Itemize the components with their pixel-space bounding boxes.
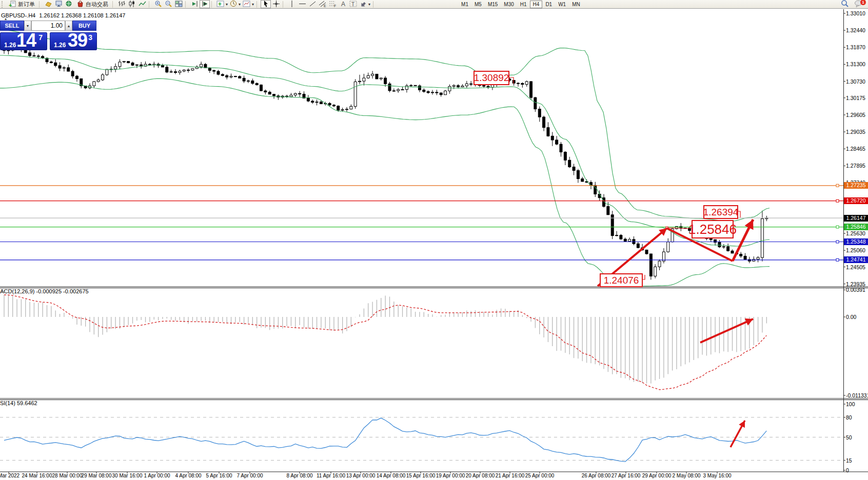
axis-tick-label: 100: [846, 401, 868, 407]
globe-icon: [65, 0, 73, 9]
algo-trading-button[interactable]: 自动交易: [74, 0, 111, 8]
zoom-out-icon: [165, 0, 172, 9]
text-label-icon: T: [349, 0, 358, 9]
horizontal-line-button[interactable]: [297, 0, 307, 8]
cursor-button[interactable]: [261, 0, 271, 8]
timeframe-m15[interactable]: M15: [485, 1, 501, 8]
axis-tick-label: 15: [846, 457, 868, 464]
price-annotation-label[interactable]: 1.30892: [474, 71, 509, 85]
auto-scroll-icon: [191, 0, 199, 9]
crosshair-button[interactable]: [271, 0, 281, 8]
new-order-icon: +: [9, 0, 16, 9]
text-icon: A: [340, 0, 347, 9]
separator: [149, 1, 151, 8]
toolbar-grip[interactable]: [2, 1, 5, 8]
chart-title: GBPUSD-.H41.26162 1.26368 1.26108 1.2614…: [1, 12, 125, 18]
time-axis-label: 11 Apr 16:00: [317, 473, 345, 478]
chart-canvas[interactable]: GBPUSD-.H41.26162 1.26368 1.26108 1.2614…: [0, 9, 868, 480]
separator: [211, 1, 214, 8]
chart-graphics: [0, 9, 868, 480]
market-watch-button[interactable]: [64, 0, 74, 8]
time-axis-label: 21 Apr 16:00: [496, 473, 525, 478]
chevron-down-icon: ▾: [252, 2, 254, 7]
cursor-icon: [262, 0, 270, 9]
volume-decrease-button[interactable]: ▼: [24, 21, 31, 31]
text-label-button[interactable]: T: [348, 0, 359, 8]
axis-tick-label: 0.00391: [846, 287, 868, 293]
buy-price-pips: 39: [68, 30, 87, 51]
notifications-button[interactable]: 1: [853, 0, 864, 8]
volume-increase-button[interactable]: ▲: [65, 21, 72, 31]
timeframe-h1[interactable]: H1: [517, 1, 530, 8]
zoom-in-icon: [154, 0, 162, 9]
time-axis-label: 29 Apr 00:00: [642, 473, 672, 478]
candlestick-chart-button[interactable]: [127, 0, 137, 8]
timeframe-m1[interactable]: M1: [458, 1, 471, 8]
chevron-up-icon: ▲: [67, 24, 71, 28]
toolbar: + 新订单 自动交易 +▾ ▾ ▾ E F A: [0, 0, 868, 9]
sell-price-button[interactable]: 1.26 14 7: [0, 32, 47, 50]
tile-windows-icon: [175, 0, 183, 9]
buy-button[interactable]: BUY: [72, 21, 96, 31]
timeframe-m5[interactable]: M5: [471, 1, 485, 8]
channel-icon: E: [319, 0, 327, 9]
equidistant-channel-button[interactable]: E: [318, 0, 328, 8]
line-chart-icon: [139, 0, 146, 9]
trendline-button[interactable]: [307, 0, 318, 8]
mt4-window: + 新订单 自动交易 +▾ ▾ ▾ E F A: [0, 0, 868, 480]
separator: [39, 1, 42, 8]
templates-button[interactable]: ▾: [242, 0, 255, 8]
buy-price-button[interactable]: 1.26 39 3: [50, 32, 97, 50]
volume-input[interactable]: [31, 21, 65, 31]
timeframe-mn[interactable]: MN: [569, 1, 583, 8]
time-axis-label: 8 Apr 08:00: [286, 473, 312, 478]
indicators-button[interactable]: +▾: [215, 0, 229, 8]
timeframe-d1[interactable]: D1: [542, 1, 555, 8]
time-axis-label: 30 Mar 16:00: [112, 473, 143, 478]
arrows-button[interactable]: ▾: [359, 0, 371, 8]
new-order-button[interactable]: + 新订单: [6, 0, 37, 8]
timeframe-m30[interactable]: M30: [501, 1, 517, 8]
axis-tick-label: -0.011331: [846, 392, 868, 398]
line-chart-button[interactable]: [137, 0, 147, 8]
zoom-in-button[interactable]: [153, 0, 163, 8]
price-annotation-label[interactable]: 1.24076: [600, 273, 643, 287]
bars-chart-button[interactable]: [116, 0, 127, 8]
search-button[interactable]: [840, 0, 850, 8]
time-axis-label: 13 Apr 00:00: [346, 473, 376, 478]
templates-icon: [243, 0, 251, 9]
timeframe-w1[interactable]: W1: [555, 1, 569, 8]
axis-tick-label: 1.31870: [846, 44, 868, 50]
svg-text:T: T: [351, 1, 354, 7]
periods-button[interactable]: ▾: [229, 0, 242, 8]
axis-tick-label: 1.28465: [846, 146, 868, 152]
rsi-indicator-label: RSI(14) 59.6462: [0, 400, 37, 406]
profiles-button[interactable]: [43, 0, 53, 8]
ohlc-values: 1.26162 1.26368 1.26108 1.26147: [39, 12, 125, 18]
time-axis-label: 29 Mar 08:00: [82, 473, 112, 478]
sell-button[interactable]: SELL: [0, 21, 24, 31]
chevron-down-icon: ▼: [26, 24, 30, 28]
chart-shift-button[interactable]: [200, 0, 210, 8]
time-axis-label: 7 Apr 00:00: [236, 473, 263, 478]
price-annotation-label[interactable]: 1.25846: [692, 220, 734, 238]
algo-trading-icon: [76, 0, 84, 9]
vertical-line-button[interactable]: [287, 0, 297, 8]
fibonacci-button[interactable]: F: [328, 0, 338, 8]
horizontal-line-icon: [299, 0, 306, 9]
text-button[interactable]: A: [338, 0, 348, 8]
axis-tick-label: 1.29035: [846, 129, 868, 135]
auto-scroll-button[interactable]: [189, 0, 200, 8]
separator: [112, 1, 115, 8]
time-axis-label: 26 Apr 08:00: [582, 473, 611, 478]
time-axis-label: Mar 2022: [0, 473, 19, 478]
price-annotation-label[interactable]: 1.26394: [703, 205, 738, 219]
tile-windows-button[interactable]: [173, 0, 184, 8]
time-axis-label: 14 Apr 08:00: [377, 473, 406, 478]
separator: [257, 1, 259, 8]
time-axis-label: 28 Mar 00:00: [52, 473, 83, 478]
time-axis-label: 1 Apr 00:00: [144, 473, 170, 478]
zoom-out-button[interactable]: [163, 0, 173, 8]
data-window-button[interactable]: [53, 0, 64, 8]
timeframe-h4[interactable]: H4: [530, 1, 543, 8]
